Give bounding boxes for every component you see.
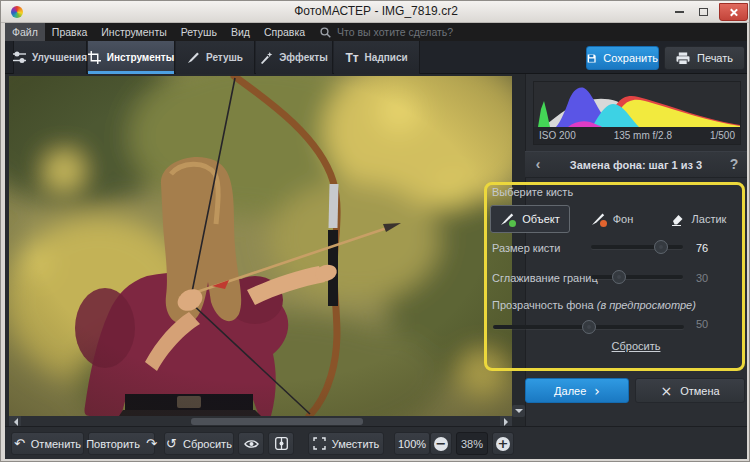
next-step-button[interactable]: Далее › [525, 378, 629, 403]
tab-label: Эффекты [279, 52, 328, 63]
crop-icon [88, 51, 101, 64]
tab-tools[interactable]: Инструменты [88, 41, 175, 74]
menu-tools[interactable]: Инструменты [94, 23, 173, 41]
horizontal-scroll-thumb[interactable] [191, 418, 363, 425]
reset-icon: ↺ [166, 437, 177, 450]
next-label: Далее [554, 385, 586, 397]
window-title: ФотоМАСТЕР - IMG_7819.cr2 [1, 1, 750, 22]
undo-label: Отменить [31, 438, 81, 450]
exif-caption: ISO 200 135 mm f/2.8 1/500 [534, 127, 740, 144]
fit-label: Уместить [332, 438, 380, 450]
tab-label: Инструменты [107, 52, 175, 63]
histogram-graph [534, 82, 740, 127]
split-view-icon [275, 437, 288, 450]
background-opacity-slider[interactable] [493, 321, 684, 333]
menu-help[interactable]: Справка [257, 23, 312, 41]
opacity-label-note: (в предпросмотре) [597, 299, 696, 311]
app-window: ФотоМАСТЕР - IMG_7819.cr2 Файл Правка Ин… [0, 0, 750, 462]
edge-smoothing-slider[interactable] [591, 271, 683, 283]
reset-label: Сбросить [183, 438, 232, 450]
background-brush-icon [591, 211, 607, 227]
slider-thumb[interactable] [612, 270, 626, 284]
back-button[interactable]: ‹ [529, 154, 547, 174]
close-button[interactable] [719, 3, 748, 21]
menu-file[interactable]: Файл [5, 23, 45, 41]
tab-enhance[interactable]: Улучшения [13, 41, 87, 74]
text-tool-icon: Tт [345, 51, 358, 65]
undo-icon: ↶ [14, 437, 25, 450]
photo-canvas[interactable] [9, 76, 512, 416]
slider-thumb[interactable] [654, 240, 668, 254]
brush-section-label: Выберите кисть [492, 186, 573, 198]
menu-retouch[interactable]: Ретушь [174, 23, 224, 41]
zoom-100-label: 100% [398, 438, 426, 450]
save-icon [587, 52, 596, 65]
tab-label: Ретушь [206, 52, 243, 63]
print-label: Печать [697, 52, 733, 64]
close-icon [729, 8, 738, 17]
background-opacity-label: Прозрачность фона (в предпросмотре) [492, 299, 696, 311]
search-placeholder: Что вы хотите сделать? [337, 26, 453, 38]
print-button[interactable]: Печать [664, 46, 745, 70]
brush-object-button[interactable]: Объект [490, 205, 570, 233]
menu-edit[interactable]: Правка [45, 23, 94, 41]
reset-button[interactable]: ↺ Сбросить [164, 432, 234, 455]
x-cancel-icon: × [660, 383, 672, 399]
brush-size-label: Размер кисти [492, 242, 561, 254]
reset-settings-link[interactable]: Сбросить [525, 340, 747, 352]
tab-retouch[interactable]: Ретушь [176, 41, 255, 74]
opacity-label-text: Прозрачность фона [492, 299, 594, 311]
cancel-button[interactable]: × Отмена [635, 378, 745, 403]
object-brush-icon [500, 211, 516, 227]
printer-icon [676, 52, 690, 65]
brush-background-button[interactable]: Фон [577, 205, 647, 233]
zoom-level-display: 38% [456, 432, 488, 455]
fit-to-screen-button[interactable]: Уместить [308, 432, 384, 455]
iso-value: ISO 200 [539, 130, 576, 141]
zoom-out-button[interactable]: − [430, 432, 452, 455]
orange-dot-icon [600, 220, 607, 227]
minimize-button[interactable] [669, 4, 689, 20]
sliders-icon [13, 51, 26, 64]
panel-header: Замена фона: шаг 1 из 3 [525, 151, 747, 178]
menu-view[interactable]: Вид [224, 23, 257, 41]
zoom-level-value: 38% [461, 438, 483, 450]
redo-button[interactable]: Повторить ↷ [88, 432, 155, 455]
quick-search[interactable]: Что вы хотите сделать? [320, 23, 453, 41]
brush-eraser-button[interactable]: Ластик [653, 205, 743, 233]
background-opacity-value: 50 [696, 318, 722, 330]
scroll-down-button[interactable] [512, 405, 525, 417]
focal-value: 135 mm f/2.8 [614, 130, 672, 141]
preview-original-button[interactable] [238, 432, 264, 455]
eye-icon [244, 439, 259, 449]
eraser-icon [670, 211, 686, 227]
tab-label: Улучшения [32, 52, 87, 63]
tab-text[interactable]: Tт Надписи [334, 41, 420, 74]
tab-label: Надписи [365, 52, 408, 63]
zoom-in-button[interactable]: + [492, 432, 514, 455]
slider-thumb[interactable] [582, 320, 596, 334]
slider-track[interactable] [591, 275, 683, 279]
bottom-toolbar: ↶ Отменить Повторить ↷ ↺ Сбросить Умести… [5, 426, 747, 459]
undo-button[interactable]: ↶ Отменить [11, 432, 84, 455]
before-after-button[interactable] [268, 432, 294, 455]
right-arrow-icon [504, 418, 512, 426]
help-button[interactable]: ? [725, 154, 743, 174]
redo-label: Повторить [86, 438, 140, 450]
chevron-right-icon: › [594, 383, 600, 399]
slider-track[interactable] [591, 245, 683, 249]
fit-icon [313, 437, 326, 450]
maximize-button[interactable] [693, 4, 713, 20]
left-arrow-icon [10, 418, 18, 426]
zoom-100-button[interactable]: 100% [394, 432, 430, 455]
save-label: Сохранить [603, 52, 658, 64]
minus-icon: − [434, 437, 448, 451]
tab-effects[interactable]: Эффекты [256, 41, 333, 74]
brush-icon [187, 51, 200, 64]
brush-option-label: Ластик [692, 213, 727, 225]
brush-size-slider[interactable] [591, 241, 683, 253]
edge-smoothing-value: 30 [696, 272, 722, 284]
save-button[interactable]: Сохранить [586, 46, 659, 70]
edge-smoothing-label: Сглаживание границ [492, 272, 598, 284]
search-icon [320, 27, 331, 38]
